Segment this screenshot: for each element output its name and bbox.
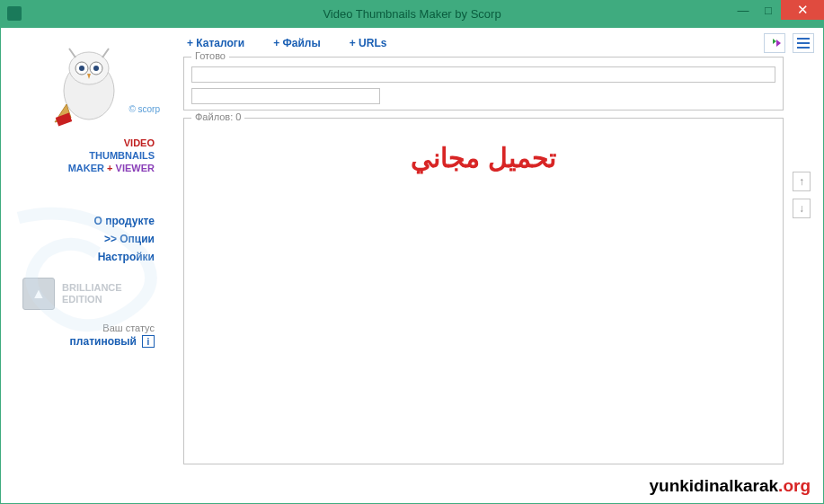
- menu-options[interactable]: >> Опции: [6, 233, 155, 245]
- watermark-domain: yunkidinalkarak: [649, 476, 778, 495]
- overlay-text: تحميل مجاني: [411, 142, 555, 173]
- edition-line1: BRILLIANCE: [62, 282, 122, 293]
- status-value: платиновый: [70, 335, 137, 348]
- svg-point-4: [79, 66, 84, 71]
- ready-legend: Готово: [191, 50, 229, 61]
- svg-rect-8: [797, 38, 810, 40]
- maximize-button[interactable]: □: [756, 0, 781, 20]
- add-toolbar: + Каталоги + Файлы + URLs: [183, 35, 784, 51]
- menu-about[interactable]: О продукте: [6, 215, 155, 227]
- ready-fieldset: Готово: [183, 57, 784, 111]
- svg-rect-9: [797, 42, 810, 44]
- progress-bar-1: [191, 66, 775, 83]
- add-files-link[interactable]: + Файлы: [270, 35, 324, 51]
- copyright-text: © scorp: [128, 104, 160, 114]
- window-title: Video Thumbnails Maker by Scorp: [323, 7, 501, 21]
- info-icon[interactable]: i: [142, 335, 155, 348]
- edition-icon: ▲: [22, 278, 55, 310]
- svg-point-5: [93, 66, 99, 71]
- menu-settings[interactable]: Настройки: [6, 251, 155, 263]
- progress-bar-2: [191, 88, 380, 104]
- titlebar: Video Thumbnails Maker by Scorp — □ ✕: [0, 0, 824, 27]
- add-catalogs-link[interactable]: + Каталоги: [183, 35, 248, 51]
- title-thumbnails: THUMBNAILS: [89, 150, 155, 161]
- files-legend: Файлов: 0: [191, 111, 244, 122]
- app-title: VIDEO THUMBNAILS MAKER + VIEWER: [6, 137, 171, 174]
- add-urls-link[interactable]: + URLs: [346, 35, 391, 51]
- toolbar-right: [764, 33, 814, 53]
- edition-text: BRILLIANCE EDITION: [62, 282, 122, 305]
- owl-logo: [44, 41, 134, 131]
- move-down-button[interactable]: ↓: [793, 199, 811, 218]
- main-panel: + Каталоги + Файлы + URLs Готово Файлов:…: [176, 28, 823, 503]
- reorder-arrows: ↑ ↓: [793, 172, 811, 218]
- title-plus: +: [104, 163, 116, 173]
- title-video: VIDEO: [124, 137, 155, 148]
- edition-line2: EDITION: [62, 294, 102, 305]
- window-content: © scorp VIDEO THUMBNAILS MAKER + VIEWER …: [0, 27, 824, 504]
- watermark-tld: .org: [778, 476, 811, 495]
- move-up-button[interactable]: ↑: [793, 172, 811, 191]
- edition-box: ▲ BRILLIANCE EDITION: [6, 278, 171, 310]
- watermark: yunkidinalkarak.org: [649, 476, 811, 496]
- minimize-button[interactable]: —: [731, 0, 756, 20]
- sidebar: © scorp VIDEO THUMBNAILS MAKER + VIEWER …: [1, 28, 176, 503]
- status-section: Ваш статус платиновый i: [6, 323, 171, 348]
- window-controls: — □ ✕: [731, 0, 824, 20]
- title-viewer: VIEWER: [116, 163, 155, 173]
- close-button[interactable]: ✕: [781, 0, 824, 20]
- svg-rect-10: [797, 47, 810, 49]
- app-icon: [7, 6, 22, 21]
- files-fieldset: Файлов: 0 تحميل مجاني: [183, 118, 784, 464]
- status-label: Ваш статус: [6, 323, 155, 333]
- list-button[interactable]: [793, 33, 814, 53]
- sidebar-menu: О продукте >> Опции Настройки: [6, 215, 171, 263]
- svg-rect-7: [55, 113, 71, 127]
- run-button[interactable]: [764, 33, 785, 53]
- title-maker: MAKER: [68, 163, 104, 173]
